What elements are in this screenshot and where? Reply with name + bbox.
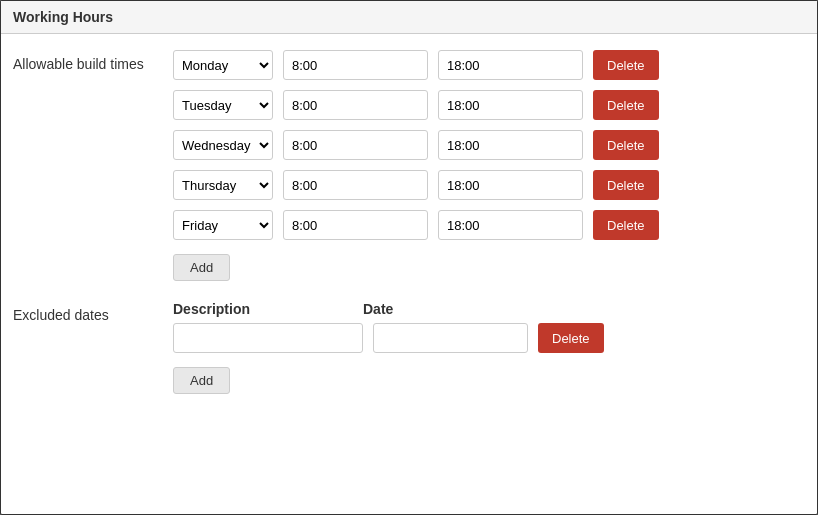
time-row-wednesday: Monday Tuesday Wednesday Thursday Friday… bbox=[173, 130, 805, 160]
delete-button-thursday[interactable]: Delete bbox=[593, 170, 659, 200]
date-header: Date bbox=[363, 301, 518, 317]
delete-button-tuesday[interactable]: Delete bbox=[593, 90, 659, 120]
allowable-build-times-row: Allowable build times Monday Tuesday Wed… bbox=[13, 50, 805, 293]
excluded-date-input[interactable] bbox=[373, 323, 528, 353]
end-time-thursday[interactable] bbox=[438, 170, 583, 200]
excluded-headers: Description Date bbox=[173, 301, 805, 317]
delete-button-monday[interactable]: Delete bbox=[593, 50, 659, 80]
excluded-description-input[interactable] bbox=[173, 323, 363, 353]
day-select-thursday[interactable]: Monday Tuesday Wednesday Thursday Friday… bbox=[173, 170, 273, 200]
day-select-wednesday[interactable]: Monday Tuesday Wednesday Thursday Friday… bbox=[173, 130, 273, 160]
time-row-thursday: Monday Tuesday Wednesday Thursday Friday… bbox=[173, 170, 805, 200]
start-time-friday[interactable] bbox=[283, 210, 428, 240]
day-select-monday[interactable]: Monday Tuesday Wednesday Thursday Friday… bbox=[173, 50, 273, 80]
delete-excluded-button[interactable]: Delete bbox=[538, 323, 604, 353]
start-time-thursday[interactable] bbox=[283, 170, 428, 200]
end-time-monday[interactable] bbox=[438, 50, 583, 80]
excluded-dates-row: Excluded dates Description Date Delete A… bbox=[13, 301, 805, 406]
day-select-tuesday[interactable]: Monday Tuesday Wednesday Thursday Friday… bbox=[173, 90, 273, 120]
section-body: Allowable build times Monday Tuesday Wed… bbox=[1, 34, 817, 430]
time-row-monday: Monday Tuesday Wednesday Thursday Friday… bbox=[173, 50, 805, 80]
add-time-row-button[interactable]: Add bbox=[173, 254, 230, 281]
start-time-monday[interactable] bbox=[283, 50, 428, 80]
time-row-friday: Monday Tuesday Wednesday Thursday Friday… bbox=[173, 210, 805, 240]
end-time-friday[interactable] bbox=[438, 210, 583, 240]
start-time-wednesday[interactable] bbox=[283, 130, 428, 160]
time-rows-container: Monday Tuesday Wednesday Thursday Friday… bbox=[173, 50, 805, 293]
day-select-friday[interactable]: Monday Tuesday Wednesday Thursday Friday… bbox=[173, 210, 273, 240]
delete-button-wednesday[interactable]: Delete bbox=[593, 130, 659, 160]
excluded-label: Excluded dates bbox=[13, 301, 173, 323]
description-header: Description bbox=[173, 301, 363, 317]
excluded-input-row: Delete bbox=[173, 323, 805, 353]
working-hours-panel: Working Hours Allowable build times Mond… bbox=[0, 0, 818, 515]
add-excluded-button[interactable]: Add bbox=[173, 367, 230, 394]
end-time-wednesday[interactable] bbox=[438, 130, 583, 160]
excluded-controls: Description Date Delete Add bbox=[173, 301, 805, 406]
delete-button-friday[interactable]: Delete bbox=[593, 210, 659, 240]
section-title: Working Hours bbox=[1, 1, 817, 34]
time-row-tuesday: Monday Tuesday Wednesday Thursday Friday… bbox=[173, 90, 805, 120]
allowable-label: Allowable build times bbox=[13, 50, 173, 72]
start-time-tuesday[interactable] bbox=[283, 90, 428, 120]
end-time-tuesday[interactable] bbox=[438, 90, 583, 120]
